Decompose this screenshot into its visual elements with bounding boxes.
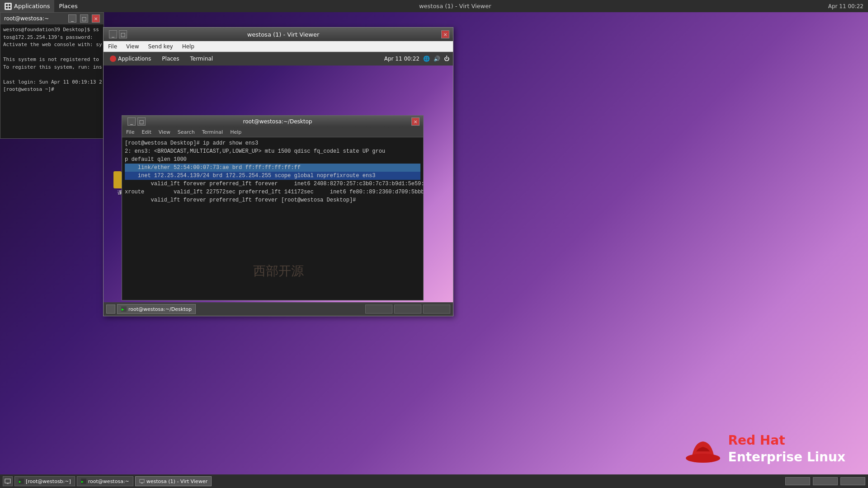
inner-menu-search[interactable]: Search xyxy=(176,128,196,136)
term-line-12: [root@westosa Desktop]# xyxy=(281,197,359,203)
redhat-line2: Enterprise Linux xyxy=(728,449,845,465)
inner-terminal-content[interactable]: [root@westosa Desktop]# ip addr show ens… xyxy=(122,137,423,300)
vm-applications-btn[interactable]: Applications xyxy=(107,55,154,63)
host-term-line-8: Last login: Sun Apr 11 00:19:13 2 xyxy=(3,79,101,86)
terminal-icon-1: ▶ xyxy=(19,479,24,484)
host-term-line-5: This system is not registered to xyxy=(3,56,101,64)
inner-term-close-btn[interactable]: × xyxy=(411,117,420,126)
host-taskbar-rect-3[interactable] xyxy=(840,477,865,485)
host-taskbar: Applications Places westosa (1) - Virt V… xyxy=(0,0,868,12)
host-term-maximize-btn[interactable]: □ xyxy=(80,14,88,23)
host-term-line-2: tos@172.25.254.139's password: xyxy=(3,34,101,42)
svg-rect-2 xyxy=(6,7,8,9)
redhat-hat-icon xyxy=(685,433,721,465)
vm-applications-label: Applications xyxy=(118,56,151,62)
svg-rect-8 xyxy=(5,479,10,483)
virt-viewer-titlebar: _ □ westosa (1) - Virt Viewer × xyxy=(104,28,453,41)
virt-viewer-window[interactable]: _ □ westosa (1) - Virt Viewer × File Vie… xyxy=(103,27,453,316)
vm-terminal-btn[interactable]: Terminal xyxy=(187,55,216,63)
term-line-8: xroute xyxy=(125,189,144,195)
host-term-line-7 xyxy=(3,71,101,79)
host-taskbar-item-3[interactable]: westosa (1) - Virt Viewer xyxy=(135,476,212,486)
host-bottom-taskbar: ▶ [root@westosb:~] ▶ root@westosa:~ west… xyxy=(0,474,868,488)
virt-viewer-close-btn[interactable]: × xyxy=(441,30,449,38)
inner-menu-file[interactable]: File xyxy=(125,128,136,136)
term-line-11: valid_lft forever preferred_lft forever xyxy=(125,197,278,203)
term-line-4: link/ether 52:54:00:07:73:ae brd ff:ff:f… xyxy=(125,164,420,172)
vm-places-label: Places xyxy=(162,56,179,62)
inner-terminal-menubar: File Edit View Search Terminal Help xyxy=(122,127,423,137)
virt-viewer-maximize-btn[interactable]: □ xyxy=(119,30,127,38)
desktop-icon xyxy=(5,478,11,484)
vm-taskbar-terminal-btn[interactable]: ▶ root@westosa:~/Desktop xyxy=(117,304,196,314)
virt-viewer-title: westosa (1) - Virt Viewer xyxy=(127,31,439,38)
terminal-icon-2: ▶ xyxy=(81,479,86,484)
svg-text:▶: ▶ xyxy=(81,480,84,483)
host-terminal-titlebar: root@westosa:~ _ □ × xyxy=(0,13,104,24)
host-term-line-1: westos@foundation39 Desktop]$ ss xyxy=(3,26,101,34)
host-applications-btn[interactable]: Applications xyxy=(0,0,54,12)
host-taskbar-label-1: [root@westosb:~] xyxy=(26,479,71,484)
term-line-1: [root@westosa Desktop]# ip addr show ens… xyxy=(125,140,258,146)
host-term-line-9: [root@westosa ~]# xyxy=(3,86,101,94)
host-places-label: Places xyxy=(59,3,77,9)
term-line-7: inet6 2408:8270:257:c3b0:7c73:b9d1:5e59:… xyxy=(281,181,423,187)
inner-terminal-window[interactable]: _ □ root@westosa:~/Desktop × File Edit V… xyxy=(122,115,424,300)
inner-terminal-title: root@westosa:~/Desktop xyxy=(146,118,410,125)
virt-viewer-menu-file[interactable]: File xyxy=(106,42,119,51)
vm-network-icon: 🌐 xyxy=(423,56,430,62)
svg-point-7 xyxy=(686,454,720,463)
vm-taskbar-bottom: ▶ root@westosa:~/Desktop xyxy=(104,302,453,316)
virt-viewer-menu-view[interactable]: View xyxy=(124,42,141,51)
vm-taskbar-terminal-label: root@westosa:~/Desktop xyxy=(128,306,192,312)
svg-rect-9 xyxy=(7,483,9,484)
host-taskbar-rect-1[interactable] xyxy=(785,477,810,485)
inner-term-maximize-btn[interactable]: □ xyxy=(137,117,146,126)
host-terminal-title: root@westosa:~ xyxy=(4,15,49,22)
svg-rect-14 xyxy=(140,479,144,483)
host-taskbar-rect-2[interactable] xyxy=(813,477,838,485)
virt-viewer-menu-sendkey[interactable]: Send key xyxy=(146,42,175,51)
host-terminal-window[interactable]: root@westosa:~ _ □ × westos@foundation39… xyxy=(0,12,104,139)
host-terminal-content: westos@foundation39 Desktop]$ ss tos@172… xyxy=(0,24,104,95)
host-term-close-btn[interactable]: × xyxy=(92,14,100,23)
inner-menu-view[interactable]: View xyxy=(157,128,172,136)
redhat-line1: Red Hat xyxy=(728,433,785,448)
term-line-5: inet 172.25.254.139/24 brd 172.25.254.25… xyxy=(125,172,420,180)
vm-app-icon xyxy=(110,56,116,62)
inner-term-minimize-btn[interactable]: _ xyxy=(127,117,136,126)
virt-viewer-menu-help[interactable]: Help xyxy=(180,42,196,51)
host-term-minimize-btn[interactable]: _ xyxy=(68,14,76,23)
inner-menu-edit[interactable]: Edit xyxy=(140,128,152,136)
host-taskbar-item-1[interactable]: ▶ [root@westosb:~] xyxy=(14,476,75,486)
host-applications-label: Applications xyxy=(14,3,50,9)
term-line-10: inet6 fe80::89:2360:d709:5bbb/64 scope l… xyxy=(317,189,423,195)
vm-terminal-label: Terminal xyxy=(190,56,213,62)
host-taskbar-item-2[interactable]: ▶ root@westosa:~ xyxy=(77,476,133,486)
vm-terminal-icon: ▶ xyxy=(121,306,127,312)
inner-menu-help[interactable]: Help xyxy=(229,128,243,136)
term-line-3: p default qlen 1000 xyxy=(125,156,187,163)
vm-desktop: 课件 _ □ root@westosa:~/Desktop × File Edi… xyxy=(104,66,453,302)
vm-taskbar-mini-1[interactable] xyxy=(365,305,392,314)
vm-time: Apr 11 00:22 xyxy=(384,56,420,62)
virt-viewer-menubar: File View Send key Help xyxy=(104,41,453,52)
host-places-btn[interactable]: Places xyxy=(54,0,82,12)
vm-taskbar-mini-2[interactable] xyxy=(394,305,421,314)
redhat-logo: Red Hat Enterprise Linux xyxy=(685,432,845,465)
svg-text:▶: ▶ xyxy=(19,480,21,483)
virt-icon xyxy=(139,479,145,484)
svg-rect-1 xyxy=(9,4,10,6)
vm-taskbar-right: Apr 11 00:22 🌐 🔊 ⏻ xyxy=(384,56,449,62)
vm-taskbar-show-desktop[interactable] xyxy=(106,305,115,314)
vm-taskbar-mini-3[interactable] xyxy=(423,305,450,314)
redhat-text: Red Hat Enterprise Linux xyxy=(728,432,845,465)
term-line-6: valid_lft forever preferred_lft forever xyxy=(125,181,278,187)
host-show-desktop-btn[interactable] xyxy=(3,476,13,486)
inner-menu-terminal[interactable]: Terminal xyxy=(201,128,225,136)
host-taskbar-label-2: root@westosa:~ xyxy=(88,479,129,484)
virt-viewer-minimize-btn[interactable]: _ xyxy=(109,30,117,38)
vm-places-btn[interactable]: Places xyxy=(159,55,182,63)
svg-text:▶: ▶ xyxy=(122,308,124,311)
host-taskbar-right: Apr 11 00:22 xyxy=(828,3,868,9)
